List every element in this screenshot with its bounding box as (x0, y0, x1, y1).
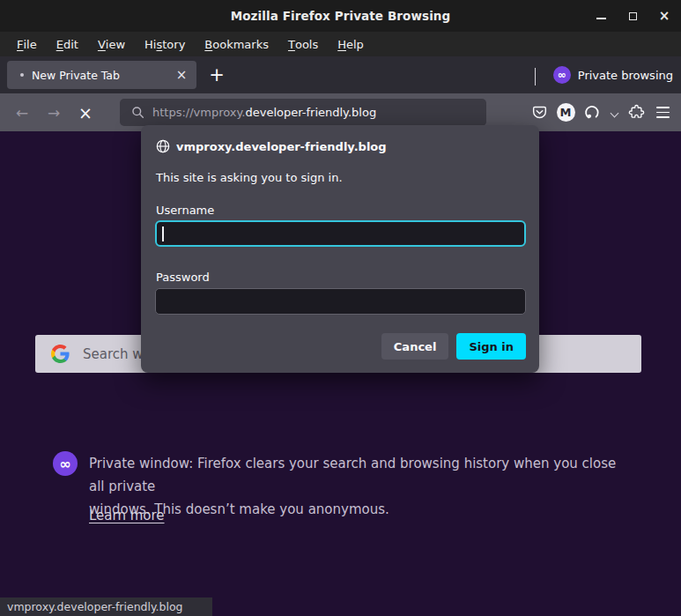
description-line-2: windows. This doesn’t make you anonymous… (89, 498, 628, 521)
extension-gauge-button[interactable] (579, 100, 605, 126)
chevron-down-icon (610, 108, 618, 117)
pocket-button[interactable] (526, 100, 552, 126)
password-label: Password (156, 271, 210, 284)
learn-more-link[interactable]: Learn more (89, 508, 165, 523)
status-tooltip: vmproxy.developer-friendly.blog (0, 597, 212, 616)
pocket-icon (531, 104, 548, 121)
dialog-host: vmproxy.developer-friendly.blog (176, 140, 387, 153)
http-auth-dialog: vmproxy.developer-friendly.blog This sit… (141, 125, 539, 373)
maximize-button[interactable] (626, 10, 639, 22)
dialog-header: vmproxy.developer-friendly.blog (156, 139, 387, 153)
url-bar[interactable]: https://vmproxy.developer-friendly.blog (120, 99, 486, 126)
tab-title: New Private Tab (32, 69, 120, 82)
cancel-button[interactable]: Cancel (381, 333, 449, 360)
gauge-icon (583, 104, 601, 122)
tab-bar: New Private Tab × + ∞ Private browsing (0, 56, 681, 93)
menu-bookmarks[interactable]: Bookmarks (195, 32, 278, 56)
chevron-down-icon (535, 68, 536, 85)
toolbar-buttons: M (526, 93, 676, 131)
description-line-1: Private window: Firefox clears your sear… (89, 452, 628, 498)
minimize-button[interactable] (595, 10, 607, 22)
private-mask-badge-icon: ∞ (53, 451, 78, 476)
private-browsing-label: Private browsing (578, 69, 673, 82)
extension-m-button[interactable]: M (552, 100, 579, 126)
hamburger-icon (656, 107, 670, 117)
password-field[interactable] (155, 288, 526, 315)
stop-button[interactable]: × (72, 100, 99, 126)
status-url-text: vmproxy.developer-friendly.blog (7, 600, 183, 613)
maximize-icon (629, 12, 637, 20)
tab-close-icon[interactable]: × (172, 65, 191, 85)
back-button[interactable]: ← (9, 100, 35, 126)
window-controls: × (595, 0, 670, 32)
extension-m-icon: M (557, 103, 575, 122)
google-g-icon (51, 345, 70, 363)
forward-button[interactable]: → (41, 100, 67, 126)
url-scheme: https://vmproxy. (152, 106, 246, 119)
sign-in-button[interactable]: Sign in (456, 333, 526, 360)
window-title: Mozilla Firefox Private Browsing (0, 0, 681, 32)
private-mask-icon: ∞ (553, 66, 571, 84)
text-caret (162, 226, 164, 241)
menu-history[interactable]: History (135, 32, 195, 56)
tab-modified-dot-icon (20, 73, 24, 77)
tab-new-private-tab[interactable]: New Private Tab × (7, 61, 196, 89)
close-button[interactable]: × (658, 10, 670, 22)
extension-dropdown-button[interactable] (605, 100, 623, 126)
url-domain: developer-friendly.blog (246, 106, 377, 119)
title-bar: Mozilla Firefox Private Browsing × (0, 0, 681, 32)
new-tab-button[interactable]: + (204, 63, 229, 87)
menu-view[interactable]: View (88, 32, 135, 56)
private-browsing-page: Search with Google or enter address ∞ Pr… (0, 131, 681, 616)
globe-icon (156, 139, 170, 153)
puzzle-icon (628, 104, 645, 121)
menu-tools[interactable]: Tools (278, 32, 328, 56)
menu-edit[interactable]: Edit (47, 32, 88, 56)
extensions-button[interactable] (623, 100, 649, 126)
close-icon: × (659, 10, 670, 23)
menu-help[interactable]: Help (328, 32, 374, 56)
private-browsing-indicator: ∞ Private browsing (553, 56, 673, 93)
username-label: Username (156, 204, 214, 217)
dialog-buttons: Cancel Sign in (381, 333, 526, 360)
app-menu-button[interactable] (649, 100, 676, 126)
username-field[interactable] (155, 220, 526, 247)
menu-bar: FileEditViewHistoryBookmarksToolsHelp (0, 32, 681, 56)
dialog-message: This site is asking you to sign in. (156, 171, 343, 184)
search-icon (131, 106, 144, 119)
minimize-icon (596, 18, 606, 19)
list-all-tabs-button[interactable] (535, 68, 549, 82)
menu-file[interactable]: File (7, 32, 47, 56)
private-window-description: Private window: Firefox clears your sear… (89, 452, 628, 521)
